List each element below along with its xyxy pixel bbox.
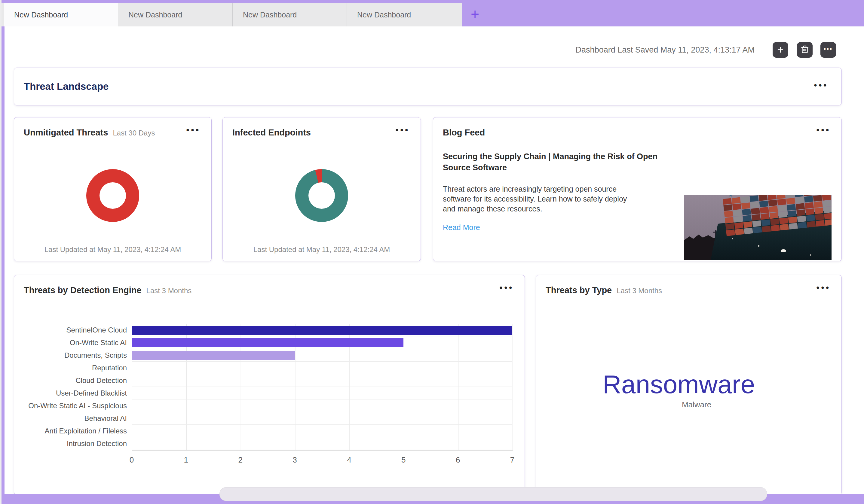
wordcloud-word-ransomware: Ransomware (603, 369, 755, 399)
bar-chart-row: On-Write Static AI (14, 336, 512, 349)
x-axis-tick-label: 0 (130, 455, 134, 465)
plus-icon: + (777, 45, 783, 55)
x-axis-tick-label: 6 (456, 455, 460, 465)
card-title: Threats by Type (545, 285, 612, 295)
infected-endpoints-donut-chart (295, 169, 348, 222)
read-more-link[interactable]: Read More (443, 223, 480, 232)
bar-category-label: SentinelOne Cloud (14, 324, 132, 336)
bar-chart-row: Anti Exploitation / Fileless (14, 425, 512, 437)
tab-new-dashboard-4[interactable]: New Dashboard (347, 3, 461, 26)
threat-landscape-section: Threat Landscape ••• (14, 67, 842, 106)
last-saved-timestamp: Dashboard Last Saved May 11, 2023, 4:13:… (576, 45, 755, 55)
delete-dashboard-button[interactable] (797, 42, 813, 58)
bar-chart-cell (132, 361, 512, 374)
dashboard-tab-strip: New Dashboard New Dashboard New Dashboar… (1, 3, 462, 26)
bar-category-label: Documents, Scripts (14, 349, 132, 361)
dashboard-more-button[interactable]: ••• (820, 42, 836, 58)
card-menu-icon[interactable]: ••• (187, 124, 201, 136)
card-menu-icon[interactable]: ••• (396, 124, 410, 136)
bar-chart-row: User-Defined Blacklist (14, 387, 512, 399)
card-menu-icon[interactable]: ••• (816, 124, 831, 136)
x-axis-tick-label: 7 (510, 455, 514, 465)
x-axis-tick-label: 4 (347, 455, 351, 465)
blog-feed-card: Blog Feed ••• Securing the Supply Chain … (433, 117, 842, 261)
bar-category-label: Behavioral AI (14, 412, 132, 425)
trash-icon (801, 45, 809, 55)
wordcloud-word-malware: Malware (682, 400, 711, 409)
last-updated-label: Last Updated at May 11, 2023, 4:12:24 AM (14, 245, 211, 254)
window-edge (0, 0, 1, 504)
infected-endpoints-card: Infected Endpoints ••• Last Updated at M… (223, 117, 421, 261)
bar-chart-cell (132, 412, 512, 425)
bar-chart-cell (132, 336, 512, 349)
horizontal-scrollbar-thumb[interactable] (219, 487, 767, 501)
blog-article-headline: Securing the Supply Chain | Managing the… (443, 151, 677, 173)
bar-category-label: On-Write Static AI (14, 336, 132, 349)
x-axis-tick-label: 2 (238, 455, 242, 465)
bar-chart-row: Intrusion Detection (14, 437, 512, 450)
threats-by-type-card: Threats by Type Last 3 Months ••• Ransom… (536, 275, 842, 495)
card-title: Threats by Detection Engine (24, 285, 142, 295)
bar-chart-row: Cloud Detection (14, 374, 512, 387)
bar-category-label: Cloud Detection (14, 374, 132, 387)
card-menu-icon[interactable]: ••• (816, 282, 831, 294)
bar-chart-cell (132, 324, 512, 336)
bar-chart-cell (132, 425, 512, 437)
bar-sentinelone-cloud (132, 326, 512, 335)
unmitigated-threats-card: Unmitigated Threats Last 30 Days ••• Las… (14, 117, 212, 261)
add-dashboard-tab-icon[interactable]: + (468, 7, 482, 22)
unmitigated-threats-donut-chart (86, 169, 139, 222)
last-updated-label: Last Updated at May 11, 2023, 4:12:24 AM (223, 245, 421, 254)
bar-chart-cell (132, 387, 512, 399)
tab-strip-background (462, 3, 864, 26)
left-frame-bar (1, 26, 4, 504)
add-widget-button[interactable]: + (772, 42, 788, 58)
tab-new-dashboard-3[interactable]: New Dashboard (232, 3, 347, 26)
bar-category-label: User-Defined Blacklist (14, 387, 132, 399)
x-axis-tick-label: 3 (292, 455, 297, 465)
card-time-range: Last 3 Months (146, 286, 192, 295)
x-axis-tick-label: 1 (184, 455, 188, 465)
section-title: Threat Landscape (24, 81, 109, 92)
bar-category-label: Intrusion Detection (14, 437, 132, 450)
bar-chart-row: On-Write Static AI - Suspicious (14, 399, 512, 412)
card-menu-icon[interactable]: ••• (500, 282, 514, 294)
bar-chart-row: Behavioral AI (14, 412, 512, 425)
bar-category-label: Reputation (14, 361, 132, 374)
bar-category-label: On-Write Static AI - Suspicious (14, 399, 132, 412)
x-axis-tick-label: 5 (401, 455, 406, 465)
blog-article-summary: Threat actors are increasingly targeting… (443, 184, 629, 214)
top-frame-bar (1, 0, 864, 3)
bar-chart-cell (132, 349, 512, 361)
card-title: Unmitigated Threats (24, 128, 108, 138)
tab-new-dashboard-1[interactable]: New Dashboard (4, 3, 118, 26)
section-menu-icon[interactable]: ••• (814, 79, 828, 91)
card-title: Blog Feed (443, 128, 485, 138)
bar-chart-row: SentinelOne Cloud (14, 324, 512, 336)
chart-x-axis: 01234567 (132, 455, 512, 467)
bar-chart-cell (132, 374, 512, 387)
card-title: Infected Endpoints (232, 128, 311, 138)
bar-chart-row: Reputation (14, 361, 512, 374)
threats-by-detection-engine-card: Threats by Detection Engine Last 3 Month… (14, 275, 525, 495)
bar-chart-cell (132, 399, 512, 412)
blog-article-image[interactable] (684, 195, 831, 260)
bar-documents-scripts (132, 351, 295, 360)
bar-on-write-static-ai (132, 338, 404, 347)
card-time-range: Last 30 Days (113, 129, 155, 137)
bar-chart-row: Documents, Scripts (14, 349, 512, 361)
bar-chart-cell (132, 437, 512, 450)
bar-category-label: Anti Exploitation / Fileless (14, 425, 132, 437)
card-time-range: Last 3 Months (616, 286, 662, 295)
dashboard-page: New Dashboard New Dashboard New Dashboar… (0, 0, 864, 504)
detection-engine-bar-chart: SentinelOne CloudOn-Write Static AIDocum… (14, 324, 525, 450)
ellipsis-icon: ••• (824, 46, 833, 52)
tab-new-dashboard-2[interactable]: New Dashboard (118, 3, 232, 26)
